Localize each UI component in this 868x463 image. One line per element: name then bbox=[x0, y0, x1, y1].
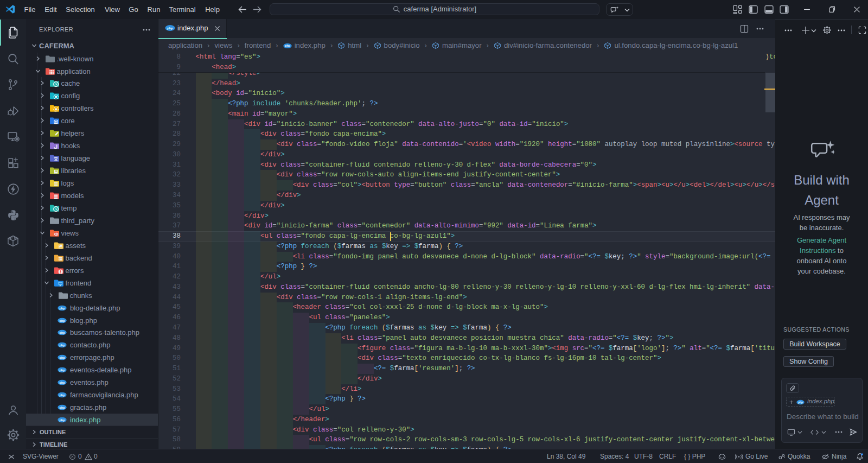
svg-text:php: php bbox=[798, 401, 803, 404]
svg-text:php: php bbox=[60, 369, 66, 372]
svg-text:php: php bbox=[60, 306, 66, 309]
svg-text:php: php bbox=[285, 44, 290, 47]
svg-text:php: php bbox=[60, 418, 66, 422]
svg-text:php: php bbox=[60, 319, 66, 322]
svg-text:php: php bbox=[60, 344, 66, 347]
svg-text:php: php bbox=[60, 394, 66, 397]
svg-text:php: php bbox=[60, 356, 66, 359]
svg-text:php: php bbox=[60, 381, 66, 384]
svg-text:php: php bbox=[60, 331, 66, 334]
svg-text:php: php bbox=[60, 406, 66, 409]
svg-text:php: php bbox=[167, 26, 173, 30]
